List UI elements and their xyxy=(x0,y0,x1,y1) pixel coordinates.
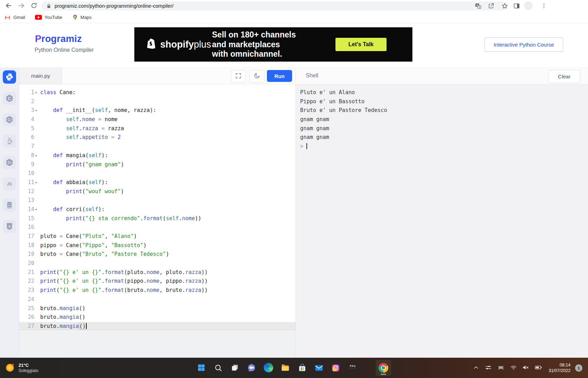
taskbar-start[interactable] xyxy=(197,363,206,372)
ad-cta-button[interactable]: Let's Talk xyxy=(335,38,387,51)
code-line[interactable]: 14▾ def corri(self): xyxy=(19,205,296,214)
code-line[interactable]: 9 print("gnam gnam") xyxy=(19,160,296,169)
taskbar: 21°C Soleggiato |M| 08:14 31/07/2022 1 xyxy=(0,358,588,378)
fold-arrow-icon[interactable]: ▾ xyxy=(34,205,40,214)
shell-header: Shell Clear xyxy=(296,68,588,84)
bookmark-maps[interactable]: Maps xyxy=(72,14,92,21)
taskbar-store[interactable] xyxy=(297,363,307,372)
shell-line: Pippo e' un Bassotto xyxy=(300,97,588,106)
code-line[interactable]: 20 xyxy=(19,259,296,268)
fold-arrow-icon[interactable]: ▾ xyxy=(34,151,40,160)
code-line[interactable]: 10 xyxy=(19,169,296,178)
chat-icon xyxy=(247,363,256,372)
editor-footer-strip xyxy=(19,332,296,358)
sidebar-item-c[interactable]: C xyxy=(3,92,16,105)
taskbar-search[interactable] xyxy=(213,363,223,372)
code-line[interactable]: 7 xyxy=(19,142,296,151)
code-line[interactable]: 1▾class Cane: xyxy=(19,88,296,97)
notification-badge[interactable]: 1 xyxy=(575,364,582,372)
code-line[interactable]: 19bruto = Cane("Bruto", "Pastore Tedesco… xyxy=(19,250,296,259)
fullscreen-button[interactable] xyxy=(231,70,246,83)
code-editor[interactable]: 1▾class Cane:23▾ def __init__(self, nome… xyxy=(19,84,296,336)
code-line[interactable]: 12 print("wouf wouf") xyxy=(19,187,296,196)
fold-arrow-icon[interactable]: ▾ xyxy=(34,88,40,97)
sidebar-item-sql[interactable] xyxy=(3,198,16,212)
dark-mode-button[interactable] xyxy=(249,70,264,83)
interactive-course-button[interactable]: Interactive Python Course xyxy=(484,37,563,52)
shell-prompt[interactable]: > xyxy=(300,142,588,151)
code-line[interactable]: 15 print("{} sta correndo".format(self.n… xyxy=(19,214,296,223)
code-line[interactable]: 13 xyxy=(19,196,296,205)
code-line[interactable]: 6 self.appetito = 2 xyxy=(19,133,296,142)
weather-widget[interactable]: 21°C Soleggiato xyxy=(5,362,38,374)
tray-volume-muted[interactable] xyxy=(522,364,530,371)
url-text: programiz.com/python-programming/online-… xyxy=(55,3,173,9)
address-bar[interactable]: programiz.com/python-programming/online-… xyxy=(41,1,507,10)
code-line[interactable]: 8▾ def mangia(self): xyxy=(19,151,296,160)
taskbar-chat[interactable] xyxy=(247,363,256,372)
code-line[interactable]: 3▾ def __init__(self, nome, razza): xyxy=(19,106,296,115)
taskbar-task-view[interactable] xyxy=(230,363,240,372)
taskbar-file-explorer[interactable] xyxy=(281,363,290,372)
code-line[interactable]: 2 xyxy=(19,97,296,106)
code-line[interactable]: 26bruto.mangia() xyxy=(19,313,296,322)
translate-icon[interactable]: G xyxy=(474,2,482,9)
lock-icon[interactable] xyxy=(46,4,51,9)
profile-avatar[interactable] xyxy=(524,1,533,10)
code-line[interactable]: 27bruto.mangia() xyxy=(19,322,296,331)
logo-letter-p: P xyxy=(35,34,41,44)
fold-arrow-icon[interactable]: ▾ xyxy=(34,106,40,115)
code-line[interactable]: 17pluto = Cane("Pluto", "Alano") xyxy=(19,232,296,241)
code-line[interactable]: 5 self.razza = razza xyxy=(19,124,296,133)
programiz-logo[interactable]: Programiz xyxy=(35,34,82,44)
reload-icon[interactable] xyxy=(30,2,38,9)
taskbar-mail[interactable] xyxy=(314,363,324,372)
taskbar-instagram[interactable] xyxy=(331,363,340,372)
sidebar-item-cpp[interactable]: C++ xyxy=(3,113,16,126)
shell-output[interactable]: Pluto e' un AlanoPippo e' un BassottoBru… xyxy=(296,84,588,358)
sidebar-item-java[interactable] xyxy=(3,134,16,148)
language-sidebar: CC++C#JS5 xyxy=(0,68,19,358)
code-line[interactable]: 21print("{} e' un {}".format(pluto.nome,… xyxy=(19,268,296,277)
taskbar-chrome-active[interactable] xyxy=(376,360,391,376)
svg-text:C: C xyxy=(8,118,10,122)
bookmark-star-icon[interactable] xyxy=(501,2,508,9)
tray-wifi[interactable] xyxy=(510,364,517,371)
taskbar-movie-maker[interactable] xyxy=(348,363,357,372)
share-icon[interactable] xyxy=(488,2,495,9)
tray-chevron-up[interactable] xyxy=(472,364,480,371)
ad-banner[interactable]: shopifyplus Sell on 180+ channels and ma… xyxy=(134,27,412,62)
gutter: 16 xyxy=(19,223,40,232)
gutter: 23 xyxy=(19,286,40,295)
tray-imi[interactable]: |M| xyxy=(497,364,505,371)
sidebar-item-csharp[interactable]: C# xyxy=(3,156,16,169)
clock[interactable]: 08:14 31/07/2022 xyxy=(548,362,571,373)
shopify-wordmark: shopify xyxy=(160,39,194,50)
run-button[interactable]: Run xyxy=(267,70,292,82)
back-icon[interactable] xyxy=(5,2,13,9)
ad-headline: Sell on 180+ channels and marketplaces w… xyxy=(212,30,296,59)
bookmark-youtube[interactable]: YouTube xyxy=(35,15,62,20)
fold-arrow-icon[interactable]: ▾ xyxy=(34,178,40,187)
taskbar-edge[interactable] xyxy=(264,363,273,372)
tray-battery[interactable] xyxy=(534,364,543,371)
code-line[interactable]: 18pippo = Cane("Pippo", "Bassotto") xyxy=(19,241,296,250)
sidebar-item-python[interactable] xyxy=(3,70,16,84)
clear-button[interactable]: Clear xyxy=(548,70,580,83)
forward-icon[interactable] xyxy=(17,2,25,9)
code-line[interactable]: 16 xyxy=(19,223,296,232)
code-line[interactable]: 11▾ def abbaia(self): xyxy=(19,178,296,187)
code-line[interactable]: 24 xyxy=(19,295,296,304)
side-panel-icon[interactable] xyxy=(513,2,520,9)
bookmark-gmail[interactable]: Gmail xyxy=(4,14,25,21)
tab-main-py[interactable]: main.py xyxy=(19,68,62,84)
movie-maker-icon xyxy=(348,363,357,372)
code-line[interactable]: 25bruto.mangia() xyxy=(19,304,296,313)
menu-dots-icon[interactable] xyxy=(540,2,547,9)
code-line[interactable]: 4 self.nome = nome xyxy=(19,115,296,124)
code-line[interactable]: 22print("{} e' un {}".format(pippo.nome,… xyxy=(19,277,296,286)
sidebar-item-html[interactable]: 5 xyxy=(3,220,16,233)
tray-mixer[interactable] xyxy=(484,364,492,371)
sidebar-item-js[interactable]: JS xyxy=(3,177,16,190)
code-line[interactable]: 23print("{} e' un {}".format(bruto.nome,… xyxy=(19,286,296,295)
